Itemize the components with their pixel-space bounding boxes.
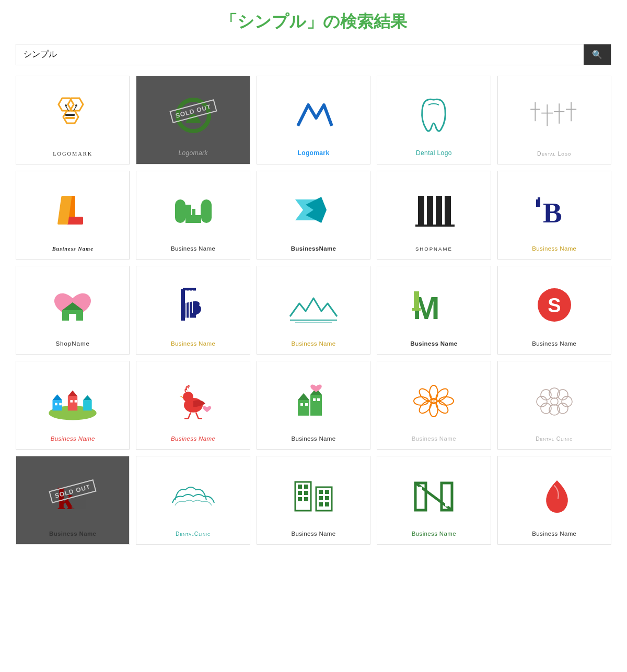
svg-rect-116 (419, 487, 422, 506)
logo-label-2: Logomark (178, 149, 207, 157)
svg-point-96 (551, 398, 558, 405)
svg-rect-35 (538, 197, 540, 201)
logo-card-23[interactable]: Business Name (257, 456, 370, 545)
svg-rect-111 (319, 502, 323, 506)
svg-rect-78 (317, 398, 320, 401)
svg-rect-99 (295, 482, 311, 511)
logo-card-2[interactable]: SOLD OUT Logomark (136, 76, 250, 164)
svg-rect-34 (536, 199, 540, 207)
logo-image-22 (142, 466, 244, 527)
svg-point-87 (431, 398, 436, 404)
logo-card-25[interactable]: Business Name (497, 456, 611, 545)
svg-rect-4 (65, 117, 75, 119)
logo-label-22: DentalClinic (176, 531, 211, 537)
svg-rect-61 (60, 403, 62, 406)
logo-label-13: Business Name (291, 340, 335, 347)
svg-point-65 (183, 392, 193, 402)
svg-rect-3 (65, 114, 75, 116)
svg-rect-32 (445, 196, 451, 225)
logo-image-8 (262, 181, 365, 241)
logo-card-12[interactable]: Business Name (136, 266, 250, 355)
logo-label-6: Business Name (52, 246, 94, 252)
svg-rect-58 (83, 400, 92, 410)
logo-card-5[interactable]: Dental Logo (497, 76, 611, 164)
logo-label-23: Business Name (291, 530, 335, 537)
logo-card-20[interactable]: Dental Clinic (497, 361, 611, 450)
search-button[interactable]: 🔍 (584, 44, 611, 65)
svg-rect-107 (319, 490, 323, 494)
logo-label-5: Dental Logo (537, 151, 572, 157)
logo-card-14[interactable]: M Business Name (377, 266, 491, 355)
svg-point-80 (429, 402, 438, 417)
svg-rect-77 (313, 398, 316, 401)
logo-label-11: ShopName (55, 340, 90, 347)
logo-card-7[interactable]: Business Name (136, 171, 250, 260)
svg-rect-108 (325, 490, 329, 494)
svg-rect-110 (325, 496, 329, 500)
logo-label-15: Business Name (532, 340, 576, 347)
svg-rect-112 (325, 502, 329, 506)
logo-image-10: B (503, 181, 606, 241)
svg-rect-39 (69, 314, 76, 321)
search-input[interactable] (16, 44, 584, 65)
logo-card-4[interactable]: Dental Logo (377, 76, 491, 164)
svg-rect-29 (418, 196, 424, 225)
logo-card-10[interactable]: B Business Name (497, 171, 611, 260)
logo-image-13 (262, 276, 365, 336)
svg-rect-117 (445, 487, 448, 506)
logo-label-3: Logomark (298, 149, 330, 157)
svg-rect-60 (55, 403, 57, 406)
logo-card-24[interactable]: Business Name (377, 456, 491, 545)
logo-label-16: Business Name (51, 435, 95, 442)
logo-image-11 (21, 276, 124, 336)
svg-text:B: B (543, 197, 562, 229)
logo-label-4: Dental Logo (416, 149, 452, 157)
svg-rect-50 (412, 308, 421, 311)
svg-marker-72 (298, 393, 309, 400)
svg-rect-30 (427, 196, 433, 225)
svg-rect-33 (415, 225, 455, 227)
logo-card-3[interactable]: Logomark (257, 76, 370, 164)
logo-card-11[interactable]: ShopName (16, 266, 130, 355)
svg-line-67 (188, 412, 191, 419)
logo-label-25: Business Name (532, 530, 576, 537)
svg-text:S: S (548, 294, 561, 316)
logo-image-7 (142, 181, 244, 241)
logo-card-13[interactable]: Business Name (257, 266, 370, 355)
logo-grid: LOGOMARK SOLD OUT Logomark Logomark D (16, 76, 611, 545)
svg-point-82 (439, 397, 454, 405)
logo-card-6[interactable]: Business Name (16, 171, 130, 260)
logo-label-18: Business Name (291, 435, 335, 442)
logo-label-19: Business Name (412, 435, 456, 442)
svg-line-68 (196, 412, 199, 419)
logo-image-23 (262, 466, 365, 526)
logo-image-20 (503, 371, 606, 432)
logo-image-6 (21, 181, 124, 242)
logo-label-8: BusinessName (291, 245, 336, 252)
svg-point-79 (429, 385, 438, 400)
logo-card-15[interactable]: S Business Name (497, 266, 611, 355)
svg-rect-105 (298, 497, 302, 501)
svg-marker-59 (83, 395, 92, 400)
logo-card-19[interactable]: Business Name (377, 361, 491, 450)
svg-rect-26 (192, 209, 195, 215)
logo-card-8[interactable]: BusinessName (257, 171, 370, 260)
logo-image-5 (503, 86, 606, 147)
search-bar: 🔍 (16, 44, 611, 65)
logo-image-12 (142, 276, 244, 336)
logo-card-1[interactable]: LOGOMARK (16, 76, 130, 164)
logo-image-24 (382, 466, 485, 526)
logo-label-10: Business Name (532, 245, 576, 252)
logo-card-17[interactable]: Business Name (136, 361, 250, 450)
logo-card-9[interactable]: SHOPNAME (377, 171, 491, 260)
svg-rect-76 (305, 403, 308, 406)
logo-image-18 (262, 371, 365, 431)
logo-card-21[interactable]: k SOLD OUT Business Name (16, 456, 130, 545)
logo-card-22[interactable]: DentalClinic (136, 456, 250, 545)
logo-label-7: Business Name (171, 245, 215, 252)
logo-label-17: Business Name (171, 435, 215, 442)
logo-card-16[interactable]: Business Name (16, 361, 130, 450)
logo-card-18[interactable]: Business Name (257, 361, 370, 450)
svg-marker-0 (59, 98, 74, 111)
logo-image-25 (503, 466, 606, 526)
